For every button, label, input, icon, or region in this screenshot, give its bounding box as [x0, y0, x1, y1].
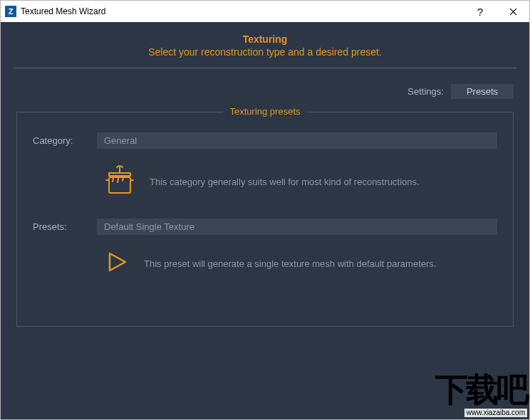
preset-desc-row: This preset will generate a single textu…	[33, 243, 497, 283]
settings-label: Settings:	[407, 86, 444, 97]
texturing-presets-fieldset: Texturing presets Category: General	[16, 112, 514, 327]
pot-icon	[104, 163, 135, 200]
dialog-window: Z Textured Mesh Wizard ? Texturing Selec…	[0, 0, 530, 420]
presets-label: Presets:	[33, 221, 87, 232]
category-description: This category generally suits well for m…	[150, 177, 420, 187]
preset-description: This preset will generate a single textu…	[144, 258, 436, 269]
category-desc-row: This category generally suits well for m…	[33, 157, 497, 219]
category-select[interactable]: General	[97, 132, 497, 149]
svg-rect-0	[109, 177, 130, 193]
divider	[14, 68, 516, 68]
page-subtitle: Select your reconstruction type and a de…	[14, 46, 516, 58]
header-block: Texturing Select your reconstruction typ…	[14, 29, 516, 68]
app-icon: Z	[5, 6, 16, 17]
fieldset-legend: Texturing presets	[223, 106, 308, 117]
help-button[interactable]: ?	[464, 1, 497, 22]
page-title: Texturing	[14, 33, 516, 45]
presets-button[interactable]: Presets	[451, 84, 514, 99]
help-icon: ?	[477, 6, 483, 18]
close-icon	[509, 8, 517, 16]
category-label: Category:	[33, 135, 87, 146]
window-title: Textured Mesh Wizard	[21, 6, 105, 16]
dialog-content: Texturing Select your reconstruction typ…	[1, 22, 529, 419]
svg-marker-4	[110, 253, 125, 271]
presets-row: Presets: Default Single Texture	[33, 219, 497, 235]
titlebar: Z Textured Mesh Wizard ?	[1, 1, 529, 22]
preset-select[interactable]: Default Single Texture	[97, 219, 497, 235]
close-button[interactable]	[497, 1, 529, 22]
category-row: Category: General	[33, 132, 497, 149]
play-icon	[104, 249, 130, 278]
